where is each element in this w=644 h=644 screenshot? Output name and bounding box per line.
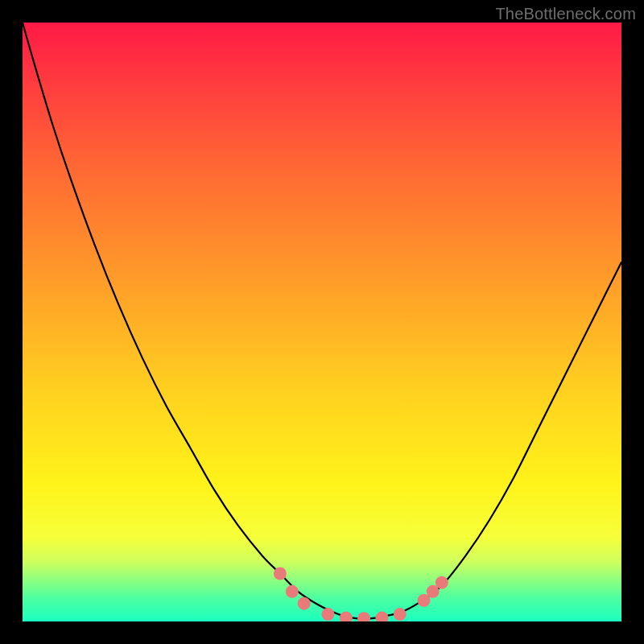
chart-plot-area (23, 23, 621, 621)
curve-marker (340, 612, 353, 621)
curve-marker (274, 567, 287, 580)
curve-marker (375, 612, 388, 621)
curve-marker (436, 576, 448, 589)
curve-marker (394, 608, 407, 621)
curve-marker (357, 612, 370, 621)
chart-overlay (23, 23, 621, 621)
curve-marker (286, 585, 299, 598)
bottleneck-curve (23, 23, 621, 619)
curve-marker (298, 597, 311, 610)
chart-frame: TheBottleneck.com (0, 0, 644, 644)
curve-marker (321, 608, 334, 621)
curve-markers (274, 567, 448, 621)
watermark-text: TheBottleneck.com (495, 5, 636, 23)
